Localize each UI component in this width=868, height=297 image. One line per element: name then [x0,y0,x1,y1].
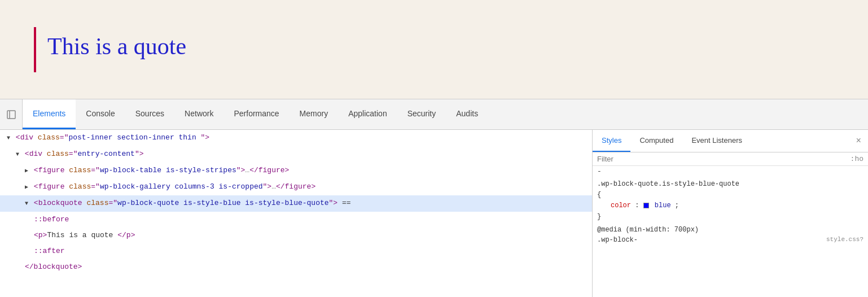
styles-tab-computed[interactable]: Computed [630,130,682,152]
styles-tab-event-listeners[interactable]: Event Listeners [682,130,751,152]
css-open-brace: { [597,190,863,200]
tab-elements[interactable]: Elements [23,99,76,129]
at-rule: @media (min-width: 700px) [593,225,868,235]
dom-line[interactable]: ::after [0,243,592,259]
devtools-content: ▼ <div class="post-inner section-inner t… [0,130,868,297]
triangle-icon: ▶ [25,168,28,174]
devtools-tab-bar: Elements Console Sources Network Perform… [0,99,868,130]
styles-close-icon[interactable]: × [849,130,868,152]
css-selector: .wp-block-quote.is-style-blue-quote [597,179,863,190]
page-preview: This is a quote [0,0,868,99]
dom-line[interactable]: ▼ <div class="entry-content"> [0,146,592,163]
dom-line[interactable]: ▶ <figure class="wp-block-gallery column… [0,179,592,195]
tab-memory[interactable]: Memory [290,99,339,129]
blockquote-display: This is a quote [34,27,186,72]
color-swatch [643,203,649,208]
triangle-icon: ▼ [7,135,10,141]
svg-rect-0 [7,111,15,119]
tab-console[interactable]: Console [76,99,125,129]
css-rule: .wp-block-quote.is-style-blue-quote { co… [593,177,868,225]
dom-line-selected[interactable]: ▼ <blockquote class="wp-block-quote is-s… [0,195,592,212]
inspect-icon [6,110,16,120]
styles-tab-styles[interactable]: Styles [593,130,630,152]
filter-dash: - [593,166,868,177]
css-source-line: .wp-block- style.css? [593,235,868,245]
styles-tab-bar: Styles Computed Event Listeners × [593,130,868,152]
tab-security[interactable]: Security [397,99,446,129]
filter-input[interactable] [597,155,848,163]
tab-audits[interactable]: Audits [446,99,488,129]
dom-panel[interactable]: ▼ <div class="post-inner section-inner t… [0,130,593,297]
tab-application[interactable]: Application [338,99,397,129]
css-close-brace: } [597,212,863,222]
devtools-panel: Elements Console Sources Network Perform… [0,99,868,297]
quote-border [34,27,36,72]
dom-line[interactable]: ::before [0,212,592,228]
css-property-line[interactable]: color : blue ; [597,200,863,211]
triangle-icon: ▼ [16,151,19,158]
tab-network[interactable]: Network [174,99,223,129]
quote-text: This is a quote [47,27,186,72]
filter-bar: :ho [593,152,868,166]
tab-performance[interactable]: Performance [223,99,289,129]
styles-panel: Styles Computed Event Listeners × :ho - … [593,130,868,297]
tab-sources[interactable]: Sources [125,99,174,129]
dom-line[interactable]: ▶ <figure class="wp-block-table is-style… [0,163,592,179]
dom-line[interactable]: ▼ <div class="post-inner section-inner t… [0,130,592,146]
dom-line[interactable]: <p>This is a quote </p> [0,228,592,243]
filter-colon: :ho [851,155,863,163]
dom-line[interactable]: </blockquote> [0,259,592,275]
triangle-icon: ▼ [25,200,28,207]
triangle-icon: ▶ [25,184,28,190]
devtools-icon [0,99,23,129]
